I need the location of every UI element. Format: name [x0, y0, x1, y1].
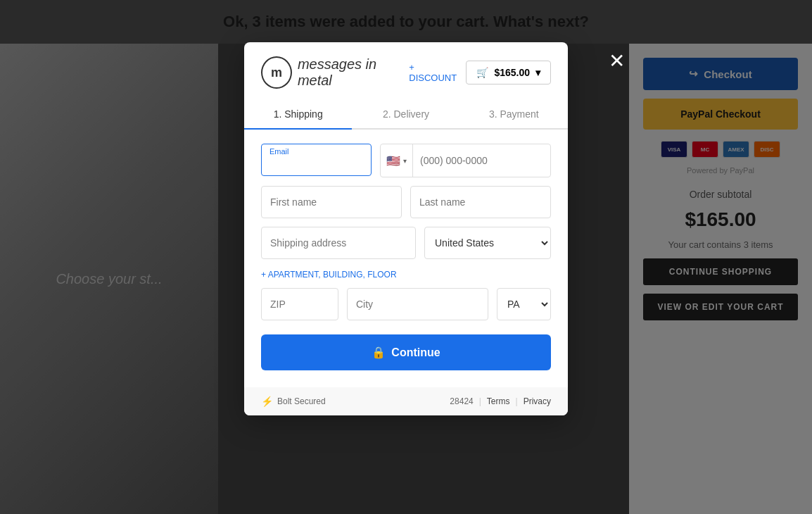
checkout-tabs: 1. Shipping 2. Delivery 3. Payment — [244, 100, 568, 130]
email-field-wrapper: Email — [261, 144, 372, 177]
discount-link[interactable]: + DISCOUNT — [409, 62, 457, 83]
apt-link[interactable]: + APARTMENT, BUILDING, FLOOR — [261, 270, 397, 280]
footer-divider-1: | — [479, 396, 481, 406]
cart-total-amount: $165.00 — [494, 67, 530, 78]
lock-icon: 🔒 — [372, 346, 386, 359]
privacy-link[interactable]: Privacy — [524, 396, 551, 406]
close-icon: ✕ — [609, 49, 625, 73]
logo-letter: m — [271, 65, 282, 80]
logo-text-area: messages in metal — [298, 56, 409, 89]
terms-link[interactable]: Terms — [487, 396, 510, 406]
continue-label: Continue — [391, 346, 440, 359]
brand-name: messages in metal — [298, 56, 409, 89]
footer-links: 28424 | Terms | Privacy — [450, 396, 551, 406]
tab-payment-label: 3. Payment — [489, 108, 539, 120]
modal-footer: ⚡ Bolt Secured 28424 | Terms | Privacy — [244, 387, 568, 415]
footer-divider-2: | — [516, 396, 518, 406]
header-right: + DISCOUNT 🛒 $165.00 ▾ — [409, 61, 551, 84]
checkout-modal: m messages in metal + DISCOUNT 🛒 $165.00… — [244, 42, 568, 415]
cart-icon: 🛒 — [476, 67, 488, 78]
bolt-label: Bolt Secured — [277, 396, 326, 406]
shipping-form: Email 🇺🇸 ▾ — [244, 130, 568, 387]
modal-overlay: m messages in metal + DISCOUNT 🛒 $165.00… — [0, 0, 812, 514]
first-name-input[interactable] — [261, 186, 402, 218]
phone-field-wrapper: 🇺🇸 ▾ — [380, 144, 551, 177]
flag-emoji: 🇺🇸 — [386, 154, 400, 168]
cart-total-button[interactable]: 🛒 $165.00 ▾ — [466, 61, 551, 84]
address-row: United States Canada United Kingdom Aust… — [261, 227, 551, 259]
email-input[interactable] — [261, 144, 372, 176]
zip-input[interactable] — [261, 288, 338, 320]
shipping-address-input[interactable] — [261, 227, 416, 259]
country-select[interactable]: United States Canada United Kingdom Aust… — [424, 227, 551, 259]
state-select[interactable]: PA NY CA TX FL — [497, 288, 551, 320]
close-button[interactable]: ✕ — [604, 48, 629, 73]
tab-shipping-label: 1. Shipping — [274, 108, 323, 120]
bolt-icon: ⚡ — [261, 396, 273, 407]
footer-zip: 28424 — [450, 396, 473, 406]
logo-area: m messages in metal — [261, 56, 409, 89]
flag-chevron-icon: ▾ — [403, 157, 407, 165]
tab-delivery-label: 2. Delivery — [383, 108, 429, 120]
modal-header: m messages in metal + DISCOUNT 🛒 $165.00… — [244, 42, 568, 89]
tab-shipping[interactable]: 1. Shipping — [244, 100, 352, 128]
city-input[interactable] — [347, 288, 488, 320]
email-phone-row: Email 🇺🇸 ▾ — [261, 144, 551, 177]
zip-city-row: PA NY CA TX FL — [261, 288, 551, 320]
phone-flag-selector[interactable]: 🇺🇸 ▾ — [381, 144, 413, 177]
bolt-secured-area: ⚡ Bolt Secured — [261, 396, 326, 407]
cart-chevron-icon: ▾ — [535, 67, 540, 78]
last-name-input[interactable] — [410, 186, 551, 218]
tab-payment[interactable]: 3. Payment — [460, 100, 568, 128]
continue-button[interactable]: 🔒 Continue — [261, 334, 551, 370]
name-row — [261, 186, 551, 218]
logo-circle: m — [261, 56, 292, 89]
tab-delivery[interactable]: 2. Delivery — [352, 100, 459, 128]
phone-input-row: 🇺🇸 ▾ — [380, 144, 551, 177]
phone-input[interactable] — [413, 146, 550, 175]
